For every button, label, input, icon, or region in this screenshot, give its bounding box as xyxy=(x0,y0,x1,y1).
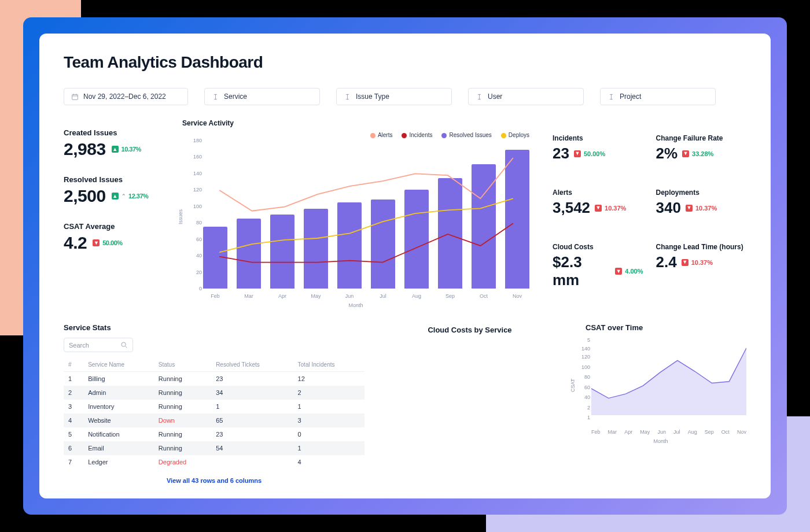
arrow-down-icon: ▼ xyxy=(615,268,622,275)
cell-status: Down xyxy=(154,413,211,427)
search-input[interactable]: Search xyxy=(64,338,133,352)
y-axis-label: Issues xyxy=(178,209,183,224)
date-range-filter[interactable]: Nov 29, 2022–Dec 6, 2022 xyxy=(64,88,188,105)
y-tick: 40 xyxy=(196,253,202,258)
arrow-down-icon: ▼ xyxy=(595,205,602,212)
cell-status: Running xyxy=(154,441,211,455)
x-tick: Oct xyxy=(721,429,730,435)
kpi-label: Cloud Costs xyxy=(553,243,643,251)
kpi-delta: ▼10.37% xyxy=(595,205,626,212)
project-filter[interactable]: Project xyxy=(600,88,716,105)
svg-point-1 xyxy=(122,342,126,346)
y-axis: 020406080100120140160180 xyxy=(187,141,202,289)
y-tick: 40 xyxy=(584,394,590,400)
kpi-delta: ▼33.28% xyxy=(682,150,713,157)
y-tick: 160 xyxy=(193,154,202,160)
y-tick: 60 xyxy=(584,385,590,390)
legend-dot-icon xyxy=(501,133,506,138)
caret-up-icon: ⌃ xyxy=(122,193,126,199)
legend-dot-icon xyxy=(441,133,447,138)
cell-index: 7 xyxy=(64,455,83,469)
x-axis-label: Month xyxy=(182,302,529,308)
table-row[interactable]: 4WebsiteDown653 xyxy=(64,413,365,427)
arrow-down-icon: ▼ xyxy=(686,205,693,212)
kpi-value: 2.4 xyxy=(656,253,677,271)
x-tick: Sep xyxy=(438,293,462,299)
cell-resolved xyxy=(211,455,293,469)
kpi-value: 4.2 xyxy=(64,233,87,253)
y-tick: 100 xyxy=(193,204,202,209)
kpi-value: 2,500 xyxy=(64,186,106,206)
y-tick: 80 xyxy=(196,220,202,226)
service-filter[interactable]: Service xyxy=(204,88,320,105)
cursor-icon xyxy=(608,93,615,101)
chart-title: Service Activity xyxy=(182,119,529,127)
x-tick: Feb xyxy=(203,293,227,299)
kpi-delta: ▼10.37% xyxy=(686,205,717,212)
project-filter-label: Project xyxy=(620,93,641,101)
y-tick: 5 xyxy=(587,337,590,343)
y-tick: 0 xyxy=(199,286,202,291)
col-header[interactable]: Resolved Tickets xyxy=(211,358,293,372)
y-axis: 514012010080604021 xyxy=(577,340,590,424)
col-header[interactable]: Total Incidents xyxy=(293,358,365,372)
y-tick: 140 xyxy=(581,346,590,352)
cell-incidents: 4 xyxy=(293,455,365,469)
service-filter-label: Service xyxy=(224,93,247,101)
user-filter-label: User xyxy=(488,93,502,101)
y-tick: 120 xyxy=(193,187,202,193)
cell-index: 4 xyxy=(64,413,83,427)
kpi-created-issues: Created Issues 2,983 ▲10.37% xyxy=(64,128,176,159)
x-tick: Aug xyxy=(688,429,697,435)
view-all-link[interactable]: View all 43 rows and 6 columns xyxy=(64,477,365,484)
x-tick: Jul xyxy=(673,429,680,435)
cell-status: Degraded xyxy=(154,455,211,469)
y-tick: 1 xyxy=(587,415,590,420)
x-tick: May xyxy=(640,429,650,435)
cell-resolved: 23 xyxy=(211,372,293,386)
table-row[interactable]: 6EmailRunning541 xyxy=(64,441,365,455)
x-tick: May xyxy=(304,293,328,299)
table-row[interactable]: 2AdminRunning342 xyxy=(64,386,365,400)
table-row[interactable]: 3InventoryRunning11 xyxy=(64,400,365,413)
cell-service: Admin xyxy=(83,386,154,400)
col-header[interactable]: # xyxy=(64,358,83,372)
cell-index: 1 xyxy=(64,372,83,386)
x-tick: Nov xyxy=(737,429,746,435)
legend-item[interactable]: Deploys xyxy=(501,132,529,138)
cell-incidents: 2 xyxy=(293,386,365,400)
cell-incidents: 1 xyxy=(293,441,365,455)
col-header[interactable]: Service Name xyxy=(83,358,154,372)
legend-item[interactable]: Resolved Issues xyxy=(441,132,491,138)
x-axis-label: Month xyxy=(575,438,746,444)
user-filter[interactable]: User xyxy=(468,88,584,105)
kpi-value: $2.3 mm xyxy=(553,253,610,289)
service-stats-table: #Service NameStatusResolved TicketsTotal… xyxy=(64,358,365,469)
kpi-clt: Change Lead Time (hours)2.4▼10.37% xyxy=(656,243,747,302)
service-stats-section: Service Stats Search #Service NameStatus… xyxy=(64,323,365,484)
cell-incidents: 1 xyxy=(293,400,365,413)
kpi-delta: ▼10.37% xyxy=(682,259,713,266)
legend-item[interactable]: Alerts xyxy=(370,132,393,138)
table-row[interactable]: 1BillingRunning2312 xyxy=(64,372,365,386)
kpi-delta: ▼4.00% xyxy=(615,268,643,275)
y-tick: 80 xyxy=(584,374,590,380)
gradient-frame: Team Analytics Dashboard Nov 29, 2022–De… xyxy=(23,17,787,515)
x-tick: Apr xyxy=(270,293,294,299)
kpi-label: Resolved Issues xyxy=(64,175,176,184)
svg-rect-0 xyxy=(72,94,78,99)
x-tick: Nov xyxy=(505,293,529,299)
x-axis: FebMarAprMayJunJulAugSepOctNov xyxy=(203,293,529,299)
col-header[interactable]: Status xyxy=(154,358,211,372)
cell-index: 3 xyxy=(64,400,83,413)
kpi-label: Created Issues xyxy=(64,128,176,137)
cell-status: Running xyxy=(154,400,211,413)
issue-type-filter[interactable]: Issue Type xyxy=(336,88,452,105)
kpi-left-column: Created Issues 2,983 ▲10.37% Resolved Is… xyxy=(64,119,176,302)
table-row[interactable]: 7LedgerDegraded4 xyxy=(64,455,365,469)
kpi-delta: ▼50.00% xyxy=(574,150,605,157)
kpi-delta: ▲10.37% xyxy=(112,146,141,153)
table-row[interactable]: 5NotificationRunning230 xyxy=(64,427,365,441)
dashboard-card: Team Analytics Dashboard Nov 29, 2022–De… xyxy=(39,34,771,498)
legend-item[interactable]: Incidents xyxy=(402,132,432,138)
